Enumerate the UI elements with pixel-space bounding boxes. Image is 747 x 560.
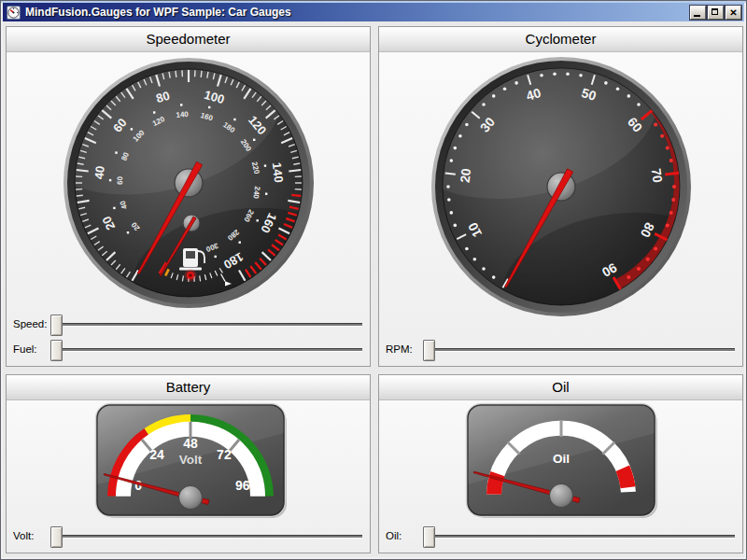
svg-text:140: 140 [270,161,286,183]
oil-slider-label: Oil: [386,530,402,541]
cyclometer-panel-title: Cyclometer [379,27,742,52]
maximize-icon [712,8,718,15]
speed-slider-thumb[interactable] [50,315,63,336]
speed-slider-label: Speed: [13,318,47,329]
battery-hub [179,486,203,510]
svg-text:48: 48 [183,436,198,451]
svg-text:72: 72 [217,447,232,462]
oil-slider-thumb[interactable] [423,526,435,548]
oil-slider-track[interactable] [429,535,735,538]
speed-slider-track[interactable] [56,323,362,326]
speedometer-panel: Speedometer 2040608010012014016018020406… [6,26,371,367]
svg-text:60: 60 [116,175,124,185]
cyclometer-gauge: 102030405060708090 [379,51,742,366]
cyclometer-panel: Cyclometer 102030405060708090 RPM: [378,26,743,367]
minimize-icon [694,15,700,17]
oil-unit-label: Oil [553,452,570,466]
svg-text:240: 240 [251,186,261,200]
volt-slider: Volt: [13,526,364,546]
battery-panel: Battery 024487296Volt Volt: [6,374,371,553]
close-icon: ✕ [726,7,740,19]
low-fuel-indicator-light [185,270,197,282]
app-window: MindFusion.Gauges for WPF Sample: Car Ga… [0,0,747,560]
svg-text:24: 24 [149,447,164,462]
window-title: MindFusion.Gauges for WPF Sample: Car Ga… [25,6,690,19]
fuel-slider-track[interactable] [56,348,362,351]
svg-text:20: 20 [458,167,474,184]
oil-slider: Oil: [386,526,737,546]
oil-hub [550,484,573,508]
volt-slider-label: Volt: [13,530,34,541]
titlebar[interactable]: MindFusion.Gauges for WPF Sample: Car Ga… [3,3,744,21]
rpm-slider: RPM: [386,340,737,359]
cyclometer-panel-body: 102030405060708090 RPM: [379,51,742,366]
app-icon [7,6,21,20]
minimize-button[interactable] [690,6,706,20]
fuel-slider: Fuel: [13,340,364,359]
oil-panel: Oil Oil Oil: [378,374,743,553]
oil-panel-body: Oil Oil: [379,399,742,553]
titlebar-buttons: ✕ [690,6,741,20]
fuel-slider-thumb[interactable] [50,340,63,361]
fuel-slider-label: Fuel: [13,343,37,355]
rpm-slider-thumb[interactable] [423,340,435,361]
close-button[interactable]: ✕ [726,6,741,20]
speedometer-panel-title: Speedometer [7,27,370,52]
volt-slider-thumb[interactable] [50,526,63,548]
svg-text:96: 96 [235,478,250,493]
window-content: Speedometer 2040608010012014016018020406… [3,21,744,557]
oil-high-red-tip [623,469,628,488]
speed-slider: Speed: [13,315,364,334]
battery-unit-label: Volt [179,453,203,467]
rpm-slider-track[interactable] [429,348,735,351]
svg-text:70: 70 [649,167,666,184]
battery-panel-title: Battery [7,375,370,400]
speedometer-panel-body: 2040608010012014016018020406080100120140… [7,51,370,366]
maximize-button[interactable] [708,6,724,20]
svg-text:40: 40 [92,165,107,180]
rpm-slider-label: RPM: [386,343,413,355]
volt-slider-track[interactable] [56,535,362,538]
oil-panel-title: Oil [379,375,742,400]
svg-text:140: 140 [176,110,190,119]
battery-panel-body: 024487296Volt Volt: [7,399,370,553]
